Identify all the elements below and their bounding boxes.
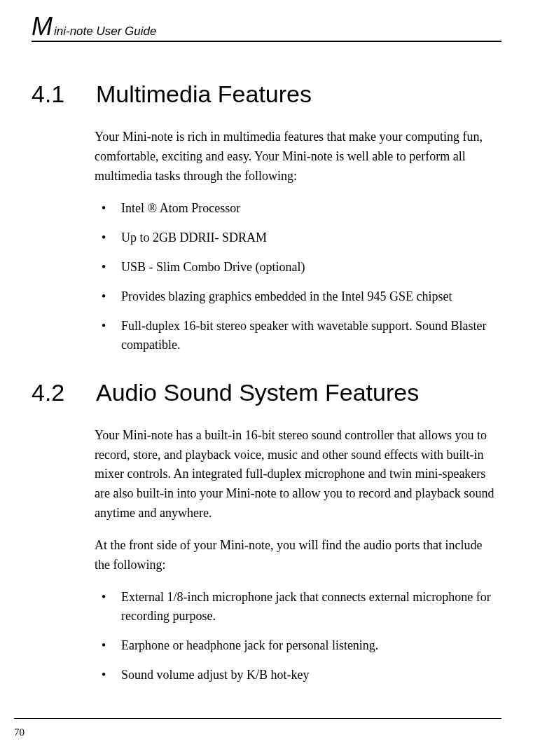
paragraph: Your Mini-note is rich in multimedia fea…	[95, 128, 494, 186]
page-number: 70	[14, 727, 25, 738]
section-heading-4-2: 4.2 Audio Sound System Features	[32, 379, 501, 406]
bullet-list: External 1/8-inch microphone jack that c…	[95, 588, 494, 685]
bullet-list: Intel ® Atom Processor Up to 2GB DDRII- …	[95, 199, 494, 355]
section-heading-4-1: 4.1 Multimedia Features	[32, 81, 501, 108]
section-title: Multimedia Features	[96, 81, 312, 108]
section-number: 4.2	[32, 379, 74, 406]
section-4-1-content: Your Mini-note is rich in multimedia fea…	[32, 128, 501, 355]
list-item: USB - Slim Combo Drive (optional)	[95, 258, 494, 277]
section-4-2-content: Your Mini-note has a built-in 16-bit ste…	[32, 426, 501, 685]
list-item: Earphone or headphone jack for personal …	[95, 636, 494, 655]
header-initial: M	[32, 14, 53, 39]
section-number: 4.1	[32, 81, 74, 108]
paragraph: At the front side of your Mini-note, you…	[95, 536, 494, 575]
list-item: Up to 2GB DDRII- SDRAM	[95, 228, 494, 247]
page-header: M ini-note User Guide	[32, 14, 501, 42]
section-title: Audio Sound System Features	[96, 379, 419, 406]
list-item: External 1/8-inch microphone jack that c…	[95, 588, 494, 626]
list-item: Intel ® Atom Processor	[95, 199, 494, 218]
header-title: ini-note User Guide	[54, 25, 156, 39]
paragraph: Your Mini-note has a built-in 16-bit ste…	[95, 426, 494, 523]
list-item: Provides blazing graphics embedded in th…	[95, 287, 494, 306]
list-item: Sound volume adjust by K/B hot-key	[95, 666, 494, 685]
list-item: Full-duplex 16-bit stereo speaker with w…	[95, 317, 494, 355]
page-footer: 70	[14, 718, 501, 738]
